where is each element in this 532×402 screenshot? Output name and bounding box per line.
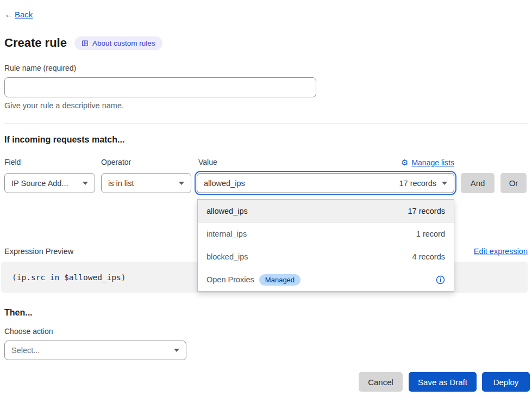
chevron-down-icon	[83, 182, 88, 185]
action-select[interactable]: Select...	[4, 341, 186, 360]
operator-label: Operator	[101, 158, 131, 166]
or-button[interactable]: Or	[500, 173, 527, 193]
edit-expression-link[interactable]: Edit expression	[474, 247, 528, 256]
list-item-internal-ips[interactable]: internal_ips 1 record	[198, 222, 454, 245]
save-as-draft-button[interactable]: Save as Draft	[409, 372, 477, 392]
manage-lists-link[interactable]: ⚙ Manage lists	[401, 158, 454, 168]
gear-icon: ⚙	[401, 158, 408, 168]
rule-name-label: Rule name (required)	[4, 64, 76, 72]
list-item-count: 1 record	[416, 230, 445, 238]
chevron-down-icon	[174, 349, 179, 352]
choose-action-label: Choose action	[4, 327, 53, 336]
field-select-value: IP Source Add...	[11, 179, 68, 188]
list-item-open-proxies[interactable]: Open Proxies Managed	[198, 268, 454, 291]
back-arrow-icon: ←	[4, 10, 14, 19]
list-item-allowed-ips[interactable]: allowed_ips 17 records	[198, 200, 454, 222]
then-section-heading: Then...	[4, 308, 33, 318]
expression-code: (ip.src in $allowed_ips)	[12, 273, 126, 282]
list-item-count: 4 records	[412, 252, 445, 261]
about-custom-rules-link[interactable]: About custom rules	[74, 36, 162, 50]
list-item-name: allowed_ips	[206, 207, 248, 215]
info-icon[interactable]	[436, 275, 445, 285]
about-custom-rules-label: About custom rules	[92, 39, 155, 47]
manage-lists-label: Manage lists	[411, 158, 454, 167]
page-title: Create rule	[4, 36, 67, 50]
field-select[interactable]: IP Source Add...	[4, 173, 95, 193]
title-row: Create rule About custom rules	[4, 36, 162, 50]
chevron-down-icon	[442, 182, 447, 185]
match-section-heading: If incoming requests match...	[4, 135, 124, 145]
book-icon	[82, 40, 89, 47]
list-item-name: internal_ips	[206, 230, 247, 238]
and-button[interactable]: And	[461, 173, 495, 193]
value-select-value: allowed_ips	[204, 179, 245, 188]
value-select-record-count: 17 records	[399, 179, 436, 188]
list-item-blocked-ips[interactable]: blocked_ips 4 records	[198, 245, 454, 268]
back-link-label: Back	[15, 10, 33, 19]
deploy-button[interactable]: Deploy	[482, 372, 530, 392]
operator-select-value: is in list	[108, 179, 134, 188]
rule-name-helper: Give your rule a descriptive name.	[4, 101, 124, 110]
chevron-down-icon	[179, 182, 184, 185]
field-label: Field	[4, 158, 21, 166]
list-item-name: Open Proxies	[206, 275, 254, 284]
cancel-button[interactable]: Cancel	[359, 372, 403, 392]
value-dropdown-menu: allowed_ips 17 records internal_ips 1 re…	[197, 199, 454, 292]
value-select[interactable]: allowed_ips 17 records	[197, 173, 454, 193]
back-link[interactable]: ← Back	[4, 10, 33, 19]
section-divider	[4, 123, 528, 123]
rule-name-input[interactable]	[4, 77, 316, 97]
operator-select[interactable]: is in list	[101, 173, 191, 193]
value-label: Value	[198, 158, 217, 166]
expression-preview-label: Expression Preview	[4, 247, 73, 256]
managed-badge: Managed	[259, 274, 301, 286]
list-item-count: 17 records	[408, 207, 445, 215]
list-item-name: blocked_ips	[206, 252, 248, 261]
action-select-placeholder: Select...	[11, 346, 40, 355]
